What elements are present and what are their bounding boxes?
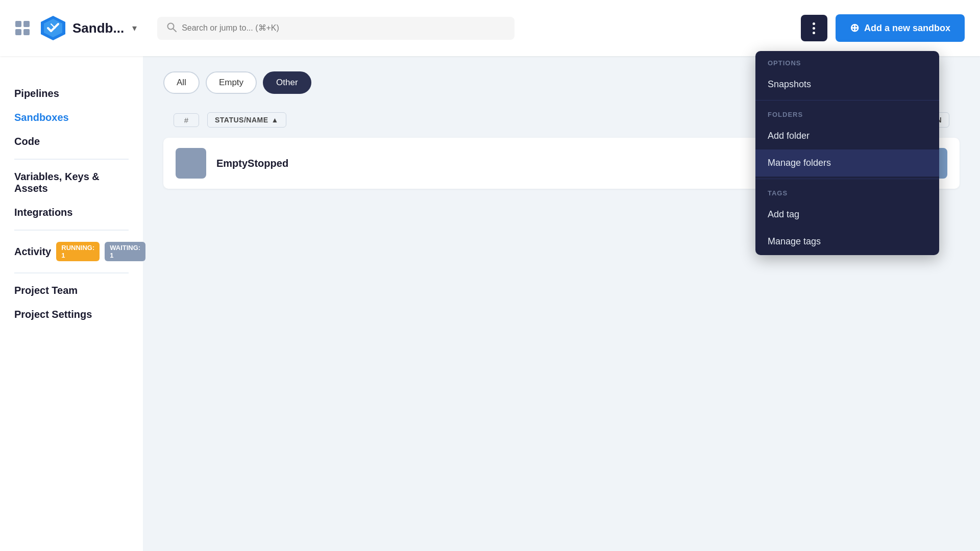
filter-tab-empty[interactable]: Empty [206,71,257,94]
sort-icon: ▲ [272,116,279,124]
dropdown-item-manage-folders[interactable]: Manage folders [755,149,939,177]
dropdown-item-add-folder[interactable]: Add folder [755,122,939,149]
svg-rect-3 [23,29,30,35]
grid-icon[interactable] [15,21,30,35]
sidebar: Pipelines Sandboxes Code Variables, Keys… [0,56,143,551]
plus-circle-icon: ⊕ [850,21,859,35]
activity-row: Activity RUNNING: 1 WAITING: 1 [14,236,129,267]
dropdown-item-snapshots[interactable]: Snapshots [755,71,939,98]
dropdown-section-options: OPTIONS [755,51,939,71]
sandbox-name: EmptyStopped [216,158,288,169]
app-logo [40,15,66,41]
sidebar-item-sandboxes[interactable]: Sandboxes [14,106,129,130]
dot-2 [813,27,815,30]
dot-1 [813,22,815,25]
col-hash: # [174,113,199,127]
filter-tab-other[interactable]: Other [263,71,311,94]
header-right: ⊕ Add a new sandbox [801,14,965,42]
dropdown-menu: OPTIONS Snapshots FOLDERS Add folder Man… [755,51,939,255]
dropdown-item-add-tag[interactable]: Add tag [755,201,939,228]
svg-line-7 [173,29,176,32]
search-bar[interactable] [157,17,514,40]
options-menu-button[interactable] [801,15,827,41]
sidebar-item-project-settings[interactable]: Project Settings [14,303,129,327]
app-dropdown-chevron[interactable]: ▾ [132,22,137,34]
logo-area: Sandb... ▾ [40,15,137,41]
badge-waiting: WAITING: 1 [105,242,145,261]
col-status-label: STATUS/NAME [215,116,268,124]
search-input[interactable] [182,23,505,33]
app-title: Sandb... [72,20,124,36]
sidebar-item-code[interactable]: Code [14,130,129,154]
col-status-sort[interactable]: STATUS/NAME ▲ [207,112,286,128]
dropdown-section-tags: TAGS [755,181,939,201]
header: Sandb... ▾ ⊕ Add a new sandbox [0,0,980,56]
sidebar-item-pipelines[interactable]: Pipelines [14,82,129,106]
dot-3 [813,32,815,34]
svg-rect-2 [15,29,21,35]
dropdown-divider-2 [755,179,939,179]
nav-divider-3 [14,272,129,273]
dropdown-item-manage-tags[interactable]: Manage tags [755,228,939,255]
badge-running: RUNNING: 1 [56,242,100,261]
filter-tab-all[interactable]: All [163,71,200,94]
sandbox-icon [176,148,206,179]
dropdown-section-folders: FOLDERS [755,103,939,122]
sidebar-item-integrations[interactable]: Integrations [14,201,129,224]
nav-divider-1 [14,159,129,160]
search-icon [166,22,177,35]
svg-rect-0 [15,21,21,27]
add-sandbox-label: Add a new sandbox [864,23,950,34]
dropdown-divider-1 [755,100,939,101]
sidebar-item-variables[interactable]: Variables, Keys & Assets [14,165,129,201]
add-sandbox-button[interactable]: ⊕ Add a new sandbox [836,14,965,42]
svg-rect-1 [23,21,30,27]
activity-label[interactable]: Activity [14,246,51,258]
nav-divider-2 [14,230,129,231]
sidebar-item-project-team[interactable]: Project Team [14,279,129,303]
